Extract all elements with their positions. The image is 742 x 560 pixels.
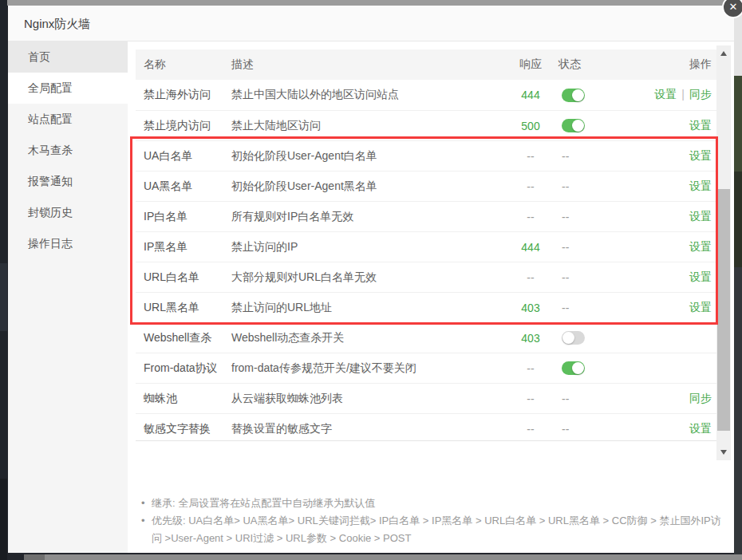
rule-description: 禁止大陆地区访问 [231,119,503,133]
rule-description: 初始化阶段User-Agent黑名单 [231,179,503,194]
status-toggle-off[interactable] [562,331,585,345]
background-left-segment [0,479,7,560]
rule-description: 禁止中国大陆以外的地区访问站点 [231,88,503,102]
actions-cell: 设置 [638,240,712,254]
page-horizontal-scrollbar-cap [24,554,45,560]
action-link-设置[interactable]: 设置 [689,301,712,314]
background-right-segment [734,76,742,172]
response-code: -- [503,423,558,436]
actions-cell: 设置 [638,210,712,224]
action-link-设置[interactable]: 设置 [689,119,712,132]
sidebar-item-木马查杀[interactable]: 木马查杀 [8,135,128,166]
response-code: -- [503,271,558,284]
rule-description: 初始化阶段User-Agent白名单 [231,149,503,164]
rule-description: 替换设置的敏感文字 [231,422,503,436]
table-row: URL白名单 大部分规则对URL白名单无效 -- -- 设置 [136,262,716,292]
response-code: 444 [503,241,558,254]
table-header-row: 名称 描述 响应 状态 操作 [136,49,716,80]
toggle-knob [572,362,584,374]
rule-name: IP白名单 [144,210,231,224]
sidebar: 首页全局配置站点配置木马查杀报警通知封锁历史操作日志 [8,41,128,553]
column-header-name: 名称 [144,57,231,72]
note-priority: 优先级: UA白名单> UA黑名单> URL关键词拦截> IP白名单 > IP黑… [140,512,723,547]
status-toggle-on[interactable] [562,119,585,132]
table-row: 禁止海外访问 禁止中国大陆以外的地区访问站点 444 设置|同步 [136,80,716,110]
action-link-设置[interactable]: 设置 [689,240,712,253]
status-toggle-on[interactable] [562,361,585,375]
sidebar-item-封锁历史[interactable]: 封锁历史 [8,197,128,228]
response-code: -- [503,362,558,375]
sidebar-item-报警通知[interactable]: 报警通知 [8,166,128,197]
column-header-response: 响应 [503,57,558,72]
response-code: 403 [503,302,558,314]
rule-description: Webshell动态查杀开关 [231,331,503,345]
table-body: 禁止海外访问 禁止中国大陆以外的地区访问站点 444 设置|同步 禁止境内访问 … [136,80,716,441]
table-row: IP白名单 所有规则对IP白名单无效 -- -- 设置 [136,201,716,231]
response-code: 403 [503,332,558,345]
rule-name: 禁止境内访问 [144,119,231,133]
table-scrollbar[interactable] [716,45,731,460]
table-row: From-data协议 from-data传参规范开关/建议不要关闭 -- [136,353,716,383]
column-header-status: 状态 [558,57,638,72]
dialog-title: Nginx防火墙 [24,6,90,41]
nginx-firewall-dialog: Nginx防火墙 首页全局配置站点配置木马查杀报警通知封锁历史操作日志 名称 描… [8,6,734,553]
table-row: 禁止境内访问 禁止大陆地区访问 500 设置 [136,110,716,140]
actions-cell: 设置 [638,422,712,436]
sidebar-item-全局配置[interactable]: 全局配置 [8,73,128,104]
status-cell [558,331,638,345]
action-link-设置[interactable]: 设置 [654,88,677,101]
status-cell: -- [558,302,638,314]
action-link-设置[interactable]: 设置 [689,179,712,192]
background-top-bar [7,0,742,6]
status-cell [558,89,638,102]
actions-cell: 设置|同步 [638,88,712,102]
action-link-设置[interactable]: 设置 [689,422,712,435]
dialog-header: Nginx防火墙 [8,6,734,41]
response-code: -- [503,150,558,163]
sidebar-items: 首页全局配置站点配置木马查杀报警通知封锁历史操作日志 [8,41,128,259]
toggle-knob [562,332,574,344]
rule-description: from-data传参规范开关/建议不要关闭 [231,361,503,376]
status-cell: -- [558,392,638,405]
sidebar-item-操作日志[interactable]: 操作日志 [8,228,128,259]
sidebar-item-站点配置[interactable]: 站点配置 [8,104,128,135]
actions-cell: 设置 [638,270,712,285]
table-row: 敏感文字替换 替换设置的敏感文字 -- -- 设置 [136,413,716,441]
rule-name: UA白名单 [144,149,231,164]
action-link-设置[interactable]: 设置 [689,270,712,283]
rule-name: URL黑名单 [144,301,231,315]
scrollbar-up-arrow[interactable] [716,47,731,60]
scrollbar-thumb[interactable] [717,189,730,431]
table-row: UA白名单 初始化阶段User-Agent白名单 -- -- 设置 [136,140,716,171]
action-link-同步[interactable]: 同步 [689,88,712,101]
rule-name: 蜘蛛池 [144,392,231,406]
triangle-down-icon [720,450,727,455]
status-cell: -- [558,241,638,254]
background-left-segment [0,263,7,331]
table-row: URL黑名单 禁止访问的URL地址 403 -- 设置 [136,292,716,322]
status-cell: -- [558,423,638,436]
sidebar-item-首页[interactable]: 首页 [8,41,128,73]
action-link-设置[interactable]: 设置 [689,210,712,223]
actions-cell: 设置 [638,179,712,194]
background-right-segment [734,172,742,267]
table-row: IP黑名单 禁止访问的IP 444 -- 设置 [136,231,716,262]
page-horizontal-scrollbar[interactable] [24,554,742,560]
rule-name: IP黑名单 [144,240,231,254]
response-code: 500 [503,120,558,132]
scrollbar-down-arrow[interactable] [716,446,731,459]
rules-table: 名称 描述 响应 状态 操作 禁止海外访问 禁止中国大陆以外的地区访问站点 44… [136,49,716,441]
action-link-同步[interactable]: 同步 [689,392,712,404]
status-cell [558,361,638,375]
toggle-knob [572,89,584,101]
status-cell [558,119,638,132]
rule-description: 大部分规则对URL白名单无效 [231,270,503,285]
rule-description: 禁止访问的IP [231,240,503,254]
status-toggle-on[interactable] [562,89,585,102]
action-link-设置[interactable]: 设置 [689,149,712,162]
actions-cell: 设置 [638,149,712,164]
background-right-edge [734,6,742,560]
response-code: -- [503,392,558,405]
rule-name: 禁止海外访问 [144,88,231,102]
actions-cell: 同步 [638,392,712,406]
